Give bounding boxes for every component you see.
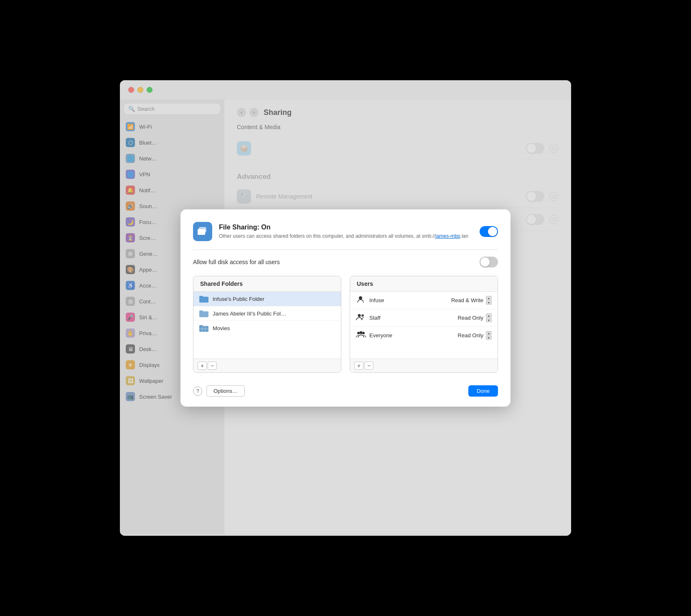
modal-footer-left: ? Options… [193, 385, 245, 397]
file-sharing-title: File Sharing: On [219, 224, 473, 231]
smb-link: james-mbp [435, 233, 460, 239]
folder-label-infuse: Infuse's Public Folder [213, 296, 264, 302]
svg-point-14 [357, 332, 360, 334]
help-button[interactable]: ? [193, 387, 202, 396]
permission-control-staff: Read Only ▲ ▼ [458, 313, 492, 322]
disk-access-toggle-knob [480, 257, 490, 267]
permission-up-infuse[interactable]: ▲ [486, 296, 492, 300]
user-item-everyone[interactable]: Everyone Read Only ▲ ▼ [350, 327, 498, 344]
folder-item-movies[interactable]: Movies [193, 321, 341, 335]
file-sharing-header: File Sharing: On Other users can access … [193, 222, 498, 241]
permission-label-infuse: Read & Write [451, 297, 483, 303]
user-name-infuse: Infuse [369, 297, 447, 303]
folder-icon-james [199, 310, 208, 317]
modal-footer: ? Options… Done [193, 381, 498, 397]
user-item-infuse[interactable]: Infuse Read & Write ▲ ▼ [350, 292, 498, 309]
permission-down-everyone[interactable]: ▼ [486, 336, 492, 340]
user-icon-infuse [356, 295, 365, 305]
folder-icon-movies [199, 324, 208, 332]
user-item-staff[interactable]: Staff Read Only ▲ ▼ [350, 309, 498, 327]
svg-point-12 [358, 314, 361, 317]
file-sharing-modal: File Sharing: On Other users can access … [180, 209, 511, 407]
file-sharing-toggle[interactable] [480, 226, 498, 237]
permission-stepper-everyone[interactable]: ▲ ▼ [486, 331, 492, 340]
permission-label-everyone: Read Only [458, 332, 483, 339]
user-icon-staff [356, 313, 365, 323]
users-header: Users [350, 276, 498, 292]
users-list: Infuse Read & Write ▲ ▼ [350, 292, 498, 359]
permission-label-staff: Read Only [458, 315, 483, 321]
svg-rect-3 [199, 296, 203, 298]
options-button[interactable]: Options… [206, 385, 245, 397]
permission-down-infuse[interactable]: ▼ [486, 300, 492, 305]
shared-folders-list: Infuse's Public Folder James Abeler III'… [193, 292, 341, 359]
svg-point-16 [362, 332, 365, 334]
folder-icon-infuse [199, 295, 208, 303]
modal-backdrop: File Sharing: On Other users can access … [120, 80, 571, 536]
permission-down-staff[interactable]: ▼ [486, 318, 492, 322]
permission-stepper-staff[interactable]: ▲ ▼ [486, 313, 492, 322]
permission-up-everyone[interactable]: ▲ [486, 331, 492, 335]
user-name-staff: Staff [369, 315, 454, 321]
file-sharing-icon [193, 222, 212, 241]
folder-label-james: James Abeler III's Public Fol… [213, 311, 286, 317]
remove-user-button[interactable]: − [364, 361, 373, 370]
add-folder-button[interactable]: + [198, 361, 207, 370]
permission-control-everyone: Read Only ▲ ▼ [458, 331, 492, 340]
svg-point-15 [360, 331, 363, 334]
file-sharing-info: File Sharing: On Other users can access … [219, 224, 473, 240]
done-button[interactable]: Done [468, 385, 498, 397]
permission-up-staff[interactable]: ▲ [486, 313, 492, 318]
user-name-everyone: Everyone [369, 332, 454, 339]
folder-label-movies: Movies [213, 325, 230, 331]
folder-item-james[interactable]: James Abeler III's Public Fol… [193, 306, 341, 321]
folder-item-infuse[interactable]: Infuse's Public Folder [193, 292, 341, 306]
svg-point-11 [359, 296, 362, 300]
shared-folders-section: Shared Folders Infuse's Public Folder [193, 276, 341, 373]
svg-point-13 [361, 314, 364, 317]
users-footer: + − [350, 359, 498, 372]
file-sharing-desc: Other users can access shared folders on… [219, 233, 473, 240]
file-sharing-toggle-knob [488, 227, 497, 236]
disk-access-toggle[interactable] [480, 257, 498, 267]
mac-window: 🔍 📶 Wi-Fi ⬡ Bluet… 🌐 Netw… 🌐 VPN 🔔 [120, 80, 571, 536]
modal-divider-1 [193, 249, 498, 250]
svg-rect-1 [199, 227, 206, 232]
remove-folder-button[interactable]: − [208, 361, 217, 370]
disk-access-label: Allow full disk access for all users [193, 259, 280, 265]
permission-control-infuse: Read & Write ▲ ▼ [451, 296, 492, 305]
columns-container: Shared Folders Infuse's Public Folder [193, 276, 498, 373]
svg-rect-5 [199, 311, 203, 313]
permission-stepper-infuse[interactable]: ▲ ▼ [486, 296, 492, 305]
shared-folders-header: Shared Folders [193, 276, 341, 292]
users-section: Users Infuse Read & Write [350, 276, 498, 373]
user-icon-everyone [356, 330, 365, 341]
disk-access-row: Allow full disk access for all users [193, 257, 498, 267]
shared-folders-footer: + − [193, 359, 341, 372]
svg-rect-7 [199, 325, 203, 327]
add-user-button[interactable]: + [354, 361, 363, 370]
